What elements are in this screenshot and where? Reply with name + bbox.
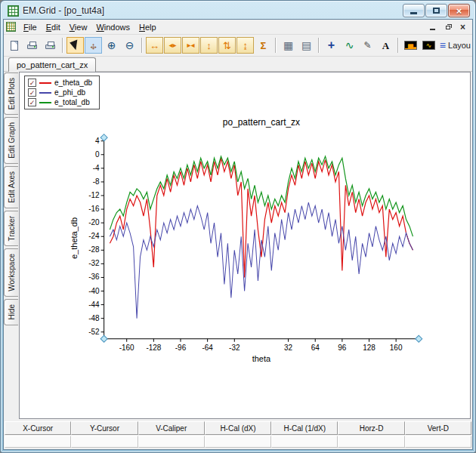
toolbar-separator: [318, 38, 320, 53]
fit-vertical-icon: ↕: [206, 41, 212, 51]
toolbar-icons: ⊕⊖↔◂▸▸◂↕⇅↨Σ▦▤+∿✎A▁▅▂∿∿☑⇕⇥⇔: [5, 37, 438, 54]
app-icon: [8, 5, 19, 17]
mdi-restore-icon: [446, 26, 450, 29]
status-col-y-cursor[interactable]: Y-Cursor: [71, 421, 138, 435]
legend-checkbox-e_total_db[interactable]: ✓: [28, 98, 36, 106]
waveform-plot-icon: ∿: [422, 41, 435, 50]
select-arrow-icon: [70, 39, 81, 51]
chart-svg[interactable]: po_pattern_cart_zx40-4-8-12-16-20-24-28-…: [20, 72, 470, 418]
data-table-icon: ▤: [301, 40, 311, 51]
fft-plot-icon: ▁▅▂: [404, 41, 417, 50]
y-tick-label: -40: [88, 286, 100, 294]
menu-windows[interactable]: Windows: [91, 21, 134, 33]
side-tab-edit-axes[interactable]: Edit Axes: [4, 166, 18, 208]
side-tab-edit-plots[interactable]: Edit Plots: [4, 72, 18, 115]
side-tab-hide[interactable]: Hide: [4, 299, 18, 325]
pen-tool-button[interactable]: ✎: [359, 37, 376, 54]
waveform-plot-button[interactable]: ∿: [420, 37, 437, 54]
shrink-horizontal-button[interactable]: ▸◂: [182, 37, 199, 54]
menu-file[interactable]: File: [19, 21, 42, 33]
legend-checkbox-e_theta_db[interactable]: ✓: [28, 79, 36, 87]
status-values: [5, 436, 471, 448]
side-tab-label: Edit Axes: [8, 167, 16, 208]
x-tick-label: -96: [175, 344, 187, 352]
side-tab-tracker[interactable]: Tracker: [4, 211, 18, 247]
y-tick-label: -32: [88, 259, 100, 267]
data-table-button[interactable]: ▤: [298, 37, 315, 54]
legend-checkbox-e_phi_db[interactable]: ✓: [28, 88, 36, 97]
minimize-button[interactable]: [403, 4, 425, 17]
print-button[interactable]: [23, 37, 41, 54]
caption-buttons: ×: [402, 4, 470, 17]
zoom-out-button[interactable]: ⊖: [121, 37, 138, 54]
layout-icon: ≡: [440, 40, 446, 51]
axis-handle[interactable]: [416, 335, 422, 342]
y-tick-label: -8: [93, 177, 100, 186]
fft-plot-button[interactable]: ▁▅▂: [402, 37, 419, 54]
x-tick-label: 160: [390, 344, 403, 352]
text-tool-button[interactable]: A: [377, 37, 394, 54]
pan-hand-button[interactable]: [85, 37, 102, 54]
mdi-minimize-button[interactable]: [425, 21, 440, 32]
document-icon[interactable]: [6, 22, 16, 32]
autoscale-button[interactable]: Σ: [255, 37, 272, 54]
status-col-vert-d[interactable]: Vert-D: [405, 421, 471, 435]
window-title: EM.Grid - [po_tut4a]: [23, 5, 104, 16]
menu-help[interactable]: Help: [134, 21, 161, 33]
menu-edit[interactable]: Edit: [42, 21, 65, 33]
axis-handle[interactable]: [100, 335, 107, 342]
shrink-vertical-button[interactable]: ↨: [236, 37, 254, 54]
y-tick-label: -24: [88, 232, 100, 240]
tab-po-pattern-cart-zx[interactable]: po_pattern_cart_zx: [8, 57, 96, 72]
toolbar-separator: [397, 38, 399, 53]
y-tick-label: -52: [88, 328, 100, 336]
status-col-v-caliper[interactable]: V-Caliper: [138, 421, 205, 435]
mdi-close-button[interactable]: ×: [456, 21, 470, 32]
status-value-1: [71, 436, 138, 448]
expand-vertical-icon: ⇅: [223, 41, 231, 51]
side-tab-label: Workspace: [8, 249, 16, 296]
status-value-2: [138, 436, 205, 448]
zoom-in-button[interactable]: ⊕: [103, 37, 120, 54]
fit-horizontal-button[interactable]: ↔: [146, 37, 163, 54]
side-tab-workspace[interactable]: Workspace: [4, 248, 18, 297]
status-col-h-cal-dx-[interactable]: H-Cal (dX): [205, 421, 271, 435]
statusbar: X-CursorY-CursorV-CaliperH-Cal (dX)H-Cal…: [4, 421, 472, 449]
new-document-button[interactable]: [5, 37, 23, 54]
spline-tool-button[interactable]: ∿: [341, 37, 358, 54]
close-button[interactable]: ×: [448, 4, 470, 17]
select-arrow-button[interactable]: [66, 37, 84, 54]
mdi-restore-button[interactable]: [440, 21, 455, 32]
tab-bar: po_pattern_cart_zx: [4, 57, 472, 72]
toolbar-separator: [275, 38, 277, 53]
side-tab-edit-graph[interactable]: Edit Graph: [4, 117, 18, 164]
plot-panel: po_pattern_cart_zx40-4-8-12-16-20-24-28-…: [19, 72, 471, 419]
status-col-horz-d[interactable]: Horz-D: [338, 421, 404, 435]
legend-item-e_phi_db: ✓e_phi_db: [28, 88, 92, 97]
fit-vertical-button[interactable]: ↕: [200, 37, 218, 54]
status-value-6: [405, 436, 471, 448]
legend-line-swatch: [39, 92, 51, 94]
grid-button[interactable]: ▦: [280, 37, 297, 54]
add-cursor-button[interactable]: +: [323, 37, 340, 54]
shrink-horizontal-icon: ▸◂: [187, 42, 194, 49]
mdi-minimize-icon: [430, 29, 435, 30]
y-tick-label: -48: [88, 314, 100, 322]
y-tick-label: -44: [88, 300, 100, 309]
maximize-button[interactable]: [425, 4, 447, 17]
expand-horizontal-button[interactable]: ◂▸: [164, 37, 181, 54]
side-tab-label: Edit Graph: [8, 118, 16, 163]
menu-view[interactable]: View: [65, 21, 92, 33]
layout-button[interactable]: ≡ Layou: [440, 40, 471, 51]
legend-line-swatch: [39, 82, 51, 84]
status-col-h-cal-1-dx-[interactable]: H-Cal (1/dX): [271, 421, 338, 435]
add-cursor-icon: +: [328, 39, 335, 51]
print-preview-button[interactable]: [42, 37, 59, 54]
axis-handle[interactable]: [100, 134, 107, 141]
fit-horizontal-icon: ↔: [150, 41, 159, 51]
expand-vertical-button[interactable]: ⇅: [218, 37, 236, 54]
status-col-x-cursor[interactable]: X-Cursor: [5, 421, 71, 435]
layout-label: Layou: [448, 41, 471, 50]
legend: ✓e_theta_db✓e_phi_db✓e_total_db: [24, 76, 100, 109]
toolbar-separator: [141, 38, 143, 53]
